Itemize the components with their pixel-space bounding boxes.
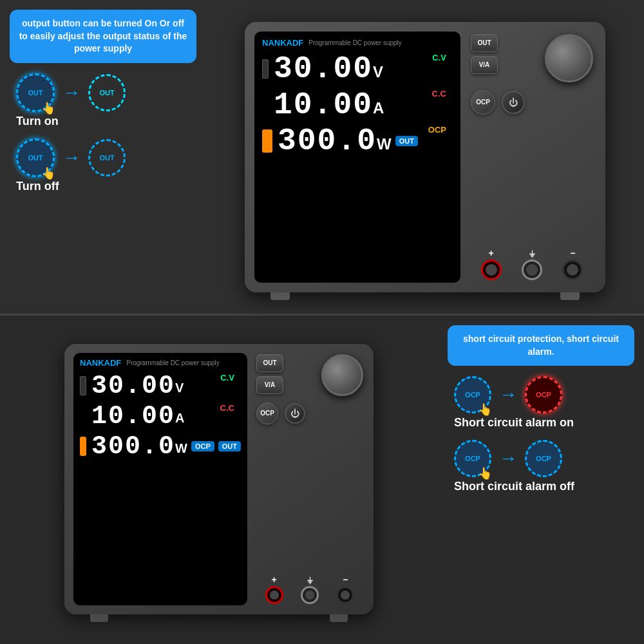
out-button-off: OUT xyxy=(88,139,126,176)
terminal-ground-top: ⏚ xyxy=(522,248,542,280)
voltage-value-bottom: 30.00 xyxy=(91,372,175,401)
terminals-row-top: + ⏚ − xyxy=(471,242,593,280)
out-ctrl-btn-top[interactable]: OUT xyxy=(471,34,498,52)
watt-row-bottom: 300.0 W OCP OUT xyxy=(80,432,241,461)
finger-icon: 👆 xyxy=(41,101,55,115)
ampere-value-bottom: 10.00 xyxy=(91,402,175,431)
brand-row-bottom: NANKADF Programmable DC power supply xyxy=(80,358,241,368)
ocp-btn-pressed-off[interactable]: OCP 👆 xyxy=(454,440,491,477)
finger-icon-ocp-on: 👆 xyxy=(478,402,492,417)
terminal-post-plus-bottom xyxy=(265,586,283,604)
out-badge-top: OUT xyxy=(395,136,418,146)
ctrl-middle-row-top: OCP ⏻ xyxy=(471,90,593,115)
terminal-inner-ground-top xyxy=(526,264,538,276)
cc-badge-bottom: C.C xyxy=(220,403,234,413)
ampere-unit-top: A xyxy=(373,99,384,117)
terminal-post-minus-bottom xyxy=(336,586,354,604)
voltage-unit-top: V xyxy=(373,63,383,81)
short-circuit-on-label: Short circuit alarm on xyxy=(454,416,634,430)
turn-on-button-row: OUT 👆 → OUT xyxy=(16,73,196,112)
ctrl-middle-row-bottom: OCP ⏻ xyxy=(256,402,363,424)
terminal-post-plus-top xyxy=(481,260,502,280)
terminal-plus-bottom: + xyxy=(265,574,283,604)
terminal-ground-label-bottom: ⏚ xyxy=(307,574,312,585)
orange-bar-bottom xyxy=(80,437,86,456)
ampere-unit-bottom: A xyxy=(175,411,184,426)
brand-subtitle-bottom: Programmable DC power supply xyxy=(126,359,220,366)
usb-icon-top xyxy=(262,59,269,79)
via-ctrl-btn-top[interactable]: V/A xyxy=(471,56,498,74)
out-badge-bottom: OUT xyxy=(218,441,241,451)
terminal-post-ground-bottom xyxy=(301,586,319,604)
short-circuit-info-box: short circuit protection, short circuit … xyxy=(448,325,634,366)
terminal-plus-label-top: + xyxy=(489,248,494,258)
turn-off-section: OUT 👆 → OUT Turn off xyxy=(10,138,196,193)
display-panel-top: NANKADF Programmable DC power supply 30.… xyxy=(254,32,460,283)
output-info-box: output button can be turned On Or off to… xyxy=(10,10,196,63)
brand-name-top: NANKADF xyxy=(262,38,303,48)
brand-subtitle-top: Programmable DC power supply xyxy=(308,39,402,46)
short-circuit-off-row: OCP 👆 → OCP xyxy=(454,440,634,477)
cc-badge-top: C.C xyxy=(432,89,446,99)
cv-badge-bottom: C.V xyxy=(220,373,234,383)
turn-on-label: Turn on xyxy=(16,115,196,128)
terminal-minus-bottom: − xyxy=(336,574,354,604)
terminal-post-ground-top xyxy=(522,260,542,280)
ampere-row-bottom: 10.00 A C.C xyxy=(80,402,241,431)
short-circuit-off-label: Short circuit alarm off xyxy=(454,480,634,493)
out-button-pressed-2[interactable]: OUT 👆 xyxy=(16,138,55,177)
ocp-badge-top: OCP xyxy=(428,125,446,135)
control-panel-top: OUT V/A OCP ⏻ + xyxy=(468,32,596,283)
power-supply-device-bottom: NANKADF Programmable DC power supply 30.… xyxy=(64,344,374,614)
terminals-row-bottom: + ⏚ − xyxy=(256,568,363,604)
short-circuit-on-section: OCP 👆 → OCP Short circuit alarm on xyxy=(448,376,634,430)
ctrl-top-row-bottom: OUT V/A xyxy=(256,354,363,396)
terminal-ground-label-top: ⏚ xyxy=(529,248,535,258)
turn-off-button-row: OUT 👆 → OUT xyxy=(16,138,196,177)
watt-unit-top: W xyxy=(377,135,392,153)
voltage-row-top: 30.00 V C.V xyxy=(262,52,453,86)
power-btn-bottom[interactable]: ⏻ xyxy=(285,403,305,424)
power-supply-device-top: NANKADF Programmable DC power supply 30.… xyxy=(245,22,605,292)
device-container-top: NANKADF Programmable DC power supply 30.… xyxy=(206,0,644,314)
ocp-ctrl-btn-top[interactable]: OCP xyxy=(471,90,495,115)
usb-icon-bottom xyxy=(80,376,86,395)
terminal-inner-plus-bottom xyxy=(270,591,279,600)
ocp-ctrl-btn-bottom[interactable]: OCP xyxy=(256,402,278,424)
terminal-minus-top: − xyxy=(562,248,583,280)
watt-value-top: 300.0 xyxy=(278,124,377,158)
out-button-pressed[interactable]: OUT 👆 xyxy=(16,73,55,112)
ctrl-top-row-top: OUT V/A xyxy=(471,34,593,82)
power-btn-top[interactable]: ⏻ xyxy=(502,91,525,114)
short-circuit-on-row: OCP 👆 → OCP xyxy=(454,376,634,413)
out-button-on: OUT xyxy=(88,74,126,111)
ocp-btn-inactive: OCP xyxy=(525,440,562,477)
terminal-inner-minus-top xyxy=(567,264,578,276)
orange-bar-top xyxy=(262,129,272,153)
terminal-minus-label-top: − xyxy=(570,248,575,258)
ampere-row-top: 10.00 A C.C xyxy=(262,88,453,122)
turn-on-section: OUT 👆 → OUT Turn on xyxy=(10,73,196,128)
terminal-inner-ground-bottom xyxy=(305,591,314,600)
ocp-badge-bottom: OCP xyxy=(191,441,214,451)
voltage-value-top: 30.00 xyxy=(274,52,373,86)
terminal-minus-label-bottom: − xyxy=(343,574,348,585)
terminal-ground-bottom: ⏚ xyxy=(301,574,319,604)
short-circuit-off-section: OCP 👆 → OCP Short circuit alarm off xyxy=(448,440,634,493)
main-knob-bottom[interactable] xyxy=(321,354,363,396)
left-annotation-panel: output button can be turned On Or off to… xyxy=(0,0,206,314)
ampere-value-top: 10.00 xyxy=(274,88,373,122)
arrow-right-icon-2: → xyxy=(62,147,80,168)
display-readings-top: 30.00 V C.V 10.00 A C.C 300.0 xyxy=(262,52,453,276)
voltage-unit-bottom: V xyxy=(175,381,184,395)
main-knob-top[interactable] xyxy=(545,34,593,82)
terminal-post-minus-top xyxy=(562,260,583,280)
display-readings-bottom: 30.00 V C.V 10.00 A C.C 300.0 W OC xyxy=(80,372,241,600)
via-ctrl-btn-bottom[interactable]: V/A xyxy=(256,376,283,394)
watt-row-top: 300.0 W OCP OUT xyxy=(262,124,453,158)
ocp-btn-pressed-on[interactable]: OCP 👆 xyxy=(454,376,491,413)
brand-row-top: NANKADF Programmable DC power supply xyxy=(262,38,453,48)
right-annotation-panel-bottom: short circuit protection, short circuit … xyxy=(438,316,644,642)
turn-off-label: Turn off xyxy=(16,180,196,193)
out-ctrl-btn-bottom[interactable]: OUT xyxy=(256,354,283,372)
